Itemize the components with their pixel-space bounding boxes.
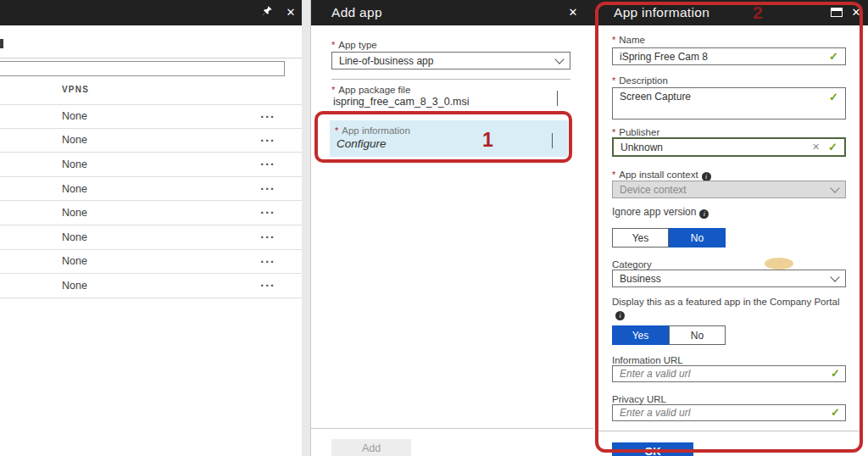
- name-label: *Name: [612, 35, 645, 45]
- app-type-select[interactable]: Line-of-business app: [331, 52, 570, 70]
- name-field[interactable]: iSpring Free Cam 8 ✓: [612, 47, 846, 65]
- table-row[interactable]: None ...: [0, 250, 302, 275]
- featured-app-toggle: Yes No: [612, 325, 726, 345]
- close-icon[interactable]: ✕: [849, 6, 863, 19]
- ellipsis-icon[interactable]: ...: [260, 203, 275, 216]
- privacy-url-input[interactable]: [612, 404, 846, 421]
- ignore-app-version-toggle: Yes No: [612, 228, 726, 247]
- cursor-highlight: [765, 258, 793, 270]
- add-app-blade: Add app ✕ *App type Line-of-business app…: [310, 0, 593, 456]
- app-information-header: App information ✕: [593, 0, 868, 25]
- cell-value: None: [62, 231, 87, 243]
- information-url-label: Information URL: [612, 355, 683, 365]
- table-row[interactable]: None ...: [0, 104, 302, 129]
- required-asterisk: *: [612, 35, 615, 45]
- app-package-file-label: *App package file: [331, 85, 410, 95]
- column-header-vpns: VPNS: [62, 85, 89, 94]
- cell-value: None: [62, 110, 87, 122]
- close-icon[interactable]: ✕: [566, 6, 580, 19]
- ellipsis-icon[interactable]: ...: [260, 154, 275, 168]
- publisher-field[interactable]: Unknown ✕ ✓: [612, 137, 846, 157]
- info-icon[interactable]: i: [699, 209, 709, 219]
- required-asterisk: *: [612, 127, 615, 137]
- ellipsis-icon[interactable]: ...: [260, 252, 275, 265]
- pin-icon[interactable]: [260, 5, 274, 19]
- ignore-app-version-label: Ignore app versioni: [612, 206, 709, 219]
- required-asterisk: *: [331, 40, 335, 50]
- info-icon[interactable]: i: [615, 311, 625, 320]
- divider: [331, 79, 570, 80]
- divider: [311, 428, 594, 429]
- screen: ✕ VPNS None ... None ... None ... None .…: [0, 0, 868, 456]
- featured-app-no-button[interactable]: No: [669, 325, 726, 345]
- privacy-url-label: Privacy URL: [612, 394, 666, 404]
- app-package-file-value[interactable]: ispring_free_cam_8_3_0.msi: [333, 96, 470, 108]
- cell-value: None: [62, 255, 87, 267]
- category-label: Category: [612, 259, 652, 270]
- cell-value: None: [62, 183, 87, 195]
- app-install-context-select: Device context: [612, 181, 846, 198]
- ellipsis-icon[interactable]: ...: [260, 131, 275, 144]
- annotation-box-2: [595, 2, 863, 453]
- chevron-right-icon[interactable]: [557, 92, 558, 107]
- add-app-header: Add app ✕: [311, 0, 593, 25]
- app-information-blade: App information ✕ *Name iSpring Free Cam…: [593, 0, 868, 456]
- cell-value: None: [62, 280, 87, 292]
- cell-value: None: [62, 158, 87, 170]
- blade-title: Add app: [331, 5, 382, 20]
- required-asterisk: *: [331, 85, 335, 95]
- chevron-down-icon: [554, 54, 564, 64]
- ok-button[interactable]: OK: [612, 442, 693, 456]
- search-input[interactable]: [0, 61, 285, 76]
- table-row[interactable]: None ...: [0, 225, 302, 250]
- app-install-context-value: Device context: [620, 184, 687, 196]
- name-value: iSpring Free Cam 8: [620, 51, 708, 63]
- ellipsis-icon[interactable]: ...: [260, 275, 275, 289]
- chevron-down-icon: [830, 183, 839, 192]
- ellipsis-icon[interactable]: ...: [260, 179, 275, 192]
- ellipsis-icon[interactable]: ...: [260, 227, 275, 241]
- required-asterisk: *: [335, 125, 338, 136]
- close-icon[interactable]: ✕: [284, 6, 298, 19]
- chevron-down-icon: [830, 272, 839, 281]
- divider: [595, 431, 863, 431]
- table-row[interactable]: None ...: [0, 129, 302, 153]
- description-field[interactable]: Screen Capture ✓: [612, 87, 846, 120]
- app-type-value: Line-of-business app: [339, 55, 433, 67]
- app-information-label: *App information: [335, 125, 410, 136]
- information-url-input[interactable]: [612, 365, 846, 382]
- divider: [0, 58, 302, 58]
- table-row[interactable]: None ...: [0, 177, 302, 202]
- category-select[interactable]: Business: [612, 270, 846, 287]
- table-row[interactable]: None ...: [0, 201, 302, 225]
- blade-title: App information: [614, 5, 709, 20]
- ellipsis-icon[interactable]: ...: [260, 107, 275, 120]
- valid-check-icon: ✓: [829, 91, 838, 103]
- publisher-value: Unknown: [620, 142, 663, 153]
- app-type-label: *App type: [331, 40, 377, 50]
- cell-value: None: [62, 207, 87, 219]
- clear-icon[interactable]: ✕: [812, 142, 820, 153]
- app-install-context-label: *App install contexti: [612, 170, 711, 181]
- valid-check-icon: ✓: [831, 367, 840, 380]
- ignore-app-version-yes-button[interactable]: Yes: [612, 228, 669, 247]
- required-asterisk: *: [612, 75, 615, 86]
- valid-check-icon: ✓: [829, 50, 838, 63]
- table: None ... None ... None ... None ... None…: [0, 104, 302, 298]
- description-value: Screen Capture: [620, 91, 691, 103]
- category-value: Business: [620, 273, 661, 285]
- required-asterisk: *: [612, 170, 615, 180]
- app-information-configure-row[interactable]: *App information Configure: [330, 120, 568, 157]
- table-row[interactable]: None ...: [0, 153, 302, 177]
- featured-app-yes-button[interactable]: Yes: [612, 325, 669, 345]
- clipped-content-fragment: [0, 39, 3, 48]
- valid-check-icon: ✓: [831, 406, 840, 419]
- add-button[interactable]: Add: [331, 439, 411, 456]
- chevron-right-icon: [552, 134, 553, 149]
- ignore-app-version-no-button[interactable]: No: [669, 228, 726, 247]
- publisher-label: *Publisher: [612, 127, 659, 137]
- background-blade-header: ✕: [0, 0, 302, 25]
- maximize-icon[interactable]: [831, 8, 843, 17]
- table-row[interactable]: None ...: [0, 274, 302, 298]
- featured-app-label: Display this as a featured app in the Co…: [612, 296, 851, 320]
